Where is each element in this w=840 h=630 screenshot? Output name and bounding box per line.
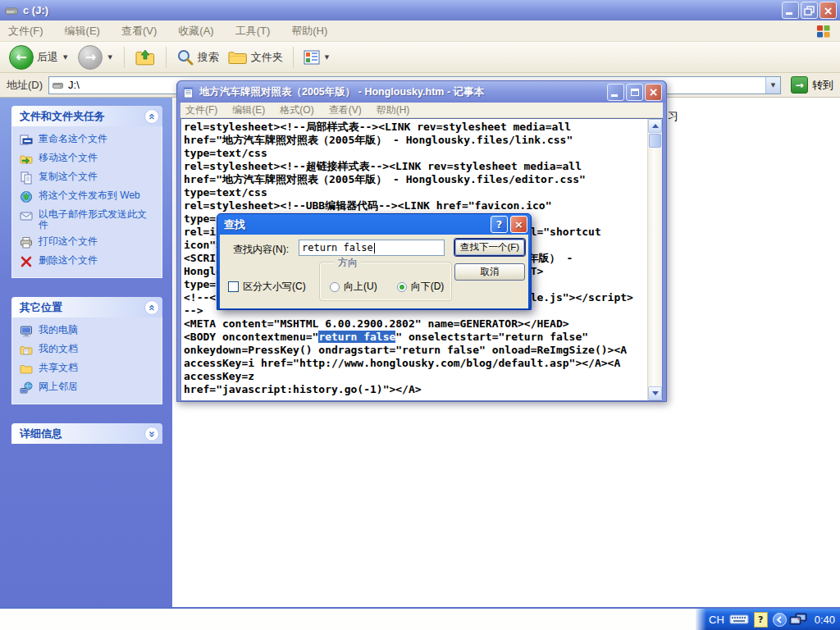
search-label: 搜索 [198, 50, 219, 65]
notepad-text-line: rel=stylesheet><!--UBB编辑器代码--><LINK href… [184, 199, 647, 212]
task-label: 重命名这个文件 [39, 134, 153, 144]
views-dropdown-icon[interactable]: ▼ [325, 54, 329, 61]
partially-hidden-file-label[interactable]: 习 [668, 109, 678, 124]
task-label: 复制这个文件 [39, 171, 153, 182]
hide-icons-button[interactable] [773, 613, 787, 627]
notepad-text-line: href="地方汽车牌照对照表（2005年版） - Honglousky.fil… [184, 134, 647, 147]
task-copy-file[interactable]: 复制这个文件 [20, 171, 158, 185]
keyboard-icon[interactable] [729, 614, 749, 625]
scrollbar-thumb[interactable] [649, 134, 661, 148]
minimize-button[interactable] [607, 84, 624, 101]
maximize-icon [631, 89, 639, 96]
notepad-icon [182, 86, 194, 98]
find-dialog-title: 查找 [224, 217, 488, 232]
search-button[interactable]: 搜索 [174, 47, 221, 68]
details-header[interactable]: 详细信息 [11, 423, 162, 444]
input-language-indicator[interactable]: CH [709, 614, 724, 626]
place-network[interactable]: 网上邻居 [20, 381, 158, 395]
menu-format[interactable]: 格式(O) [280, 103, 313, 117]
network-status-icon[interactable] [788, 613, 808, 627]
notepad-text-line: <BODY oncontextmenu="return false" onsel… [184, 331, 647, 344]
back-dropdown-icon[interactable]: ▼ [63, 54, 67, 61]
close-button[interactable]: × [510, 216, 527, 233]
other-places-header[interactable]: 其它位置 [11, 297, 162, 317]
file-tasks-body: 重命名这个文件 移动这个文件 复制这个文件 将这个文件发布到 Web [11, 126, 162, 278]
menu-file[interactable]: 文件(F) [8, 24, 43, 39]
direction-down-radio[interactable]: 向下(D) [397, 280, 445, 294]
notepad-text-line: onkeydown=PressKey() ondragstart="return… [184, 344, 647, 357]
menu-view[interactable]: 查看(V) [329, 103, 362, 117]
drive-icon [5, 5, 18, 16]
collapse-panel-button[interactable] [144, 300, 159, 315]
task-print-file[interactable]: 打印这个文件 [20, 236, 158, 249]
clock[interactable]: 0:40 [815, 614, 835, 626]
find-dialog-titlebar[interactable]: 查找 ? × [220, 214, 528, 235]
file-tasks-title: 文件和文件夹任务 [20, 109, 144, 124]
notepad-text-line: rel=stylesheet><!--超链接样式表--><LINK rev=st… [184, 160, 647, 173]
scrollbar-track[interactable] [648, 148, 662, 386]
vertical-scrollbar[interactable] [647, 119, 662, 400]
task-publish-file[interactable]: 将这个文件发布到 Web [20, 190, 158, 203]
views-button[interactable]: ▼ [301, 48, 333, 66]
explorer-titlebar[interactable]: c (J:) × [0, 0, 840, 21]
address-dropdown-button[interactable]: ▼ [765, 77, 780, 94]
drive-icon [52, 80, 64, 90]
direction-groupbox: 方向 向上(U) 向下(D) [319, 262, 452, 301]
place-my-documents[interactable]: 我的文档 [20, 344, 158, 357]
close-icon: × [824, 5, 833, 16]
forward-button[interactable]: → ▼ [75, 43, 116, 71]
system-tray: CH ? 0:40 [696, 609, 840, 630]
back-button[interactable]: ← 后退 ▼ [7, 43, 71, 71]
folders-icon [228, 49, 248, 66]
expand-panel-button[interactable] [144, 427, 159, 441]
other-places-body: 我的电脑 我的文档 共享文档 网上邻居 [11, 317, 162, 404]
notepad-titlebar[interactable]: 地方汽车牌照对照表（2005年版） - Honglousky.htm - 记事本… [178, 81, 665, 103]
chevron-down-icon: ▼ [771, 82, 775, 89]
menu-help[interactable]: 帮助(H) [291, 24, 327, 39]
menu-edit[interactable]: 编辑(E) [65, 24, 100, 39]
help-notification-icon[interactable]: ? [754, 612, 768, 628]
chevron-down-icon [148, 430, 156, 438]
direction-up-radio[interactable]: 向上(U) [330, 280, 377, 294]
menu-view[interactable]: 查看(V) [121, 24, 157, 39]
rename-file-icon [20, 134, 33, 147]
place-shared-documents[interactable]: 共享文档 [20, 363, 158, 376]
close-icon: × [649, 86, 659, 98]
scroll-down-button[interactable] [648, 386, 662, 400]
task-email-file[interactable]: 以电子邮件形式发送此文件 [20, 209, 158, 231]
find-what-input[interactable]: return false [299, 240, 445, 256]
menu-help[interactable]: 帮助(H) [377, 103, 410, 117]
go-button[interactable]: → 转到 [787, 76, 838, 94]
notepad-menubar: 文件(F) 编辑(E) 格式(O) 查看(V) 帮助(H) [180, 103, 663, 118]
find-next-button[interactable]: 查找下一个(F) [454, 239, 525, 256]
up-button[interactable] [132, 46, 158, 69]
task-move-file[interactable]: 移动这个文件 [20, 153, 158, 166]
forward-dropdown-icon[interactable]: ▼ [107, 54, 112, 61]
scroll-up-button[interactable] [648, 119, 662, 133]
restore-button[interactable] [801, 2, 818, 19]
menu-edit[interactable]: 编辑(E) [232, 103, 265, 117]
radio-icon [397, 282, 407, 292]
match-case-checkbox[interactable]: 区分大小写(C) [228, 280, 306, 294]
explorer-toolbar: ← 后退 ▼ → ▼ 搜索 文件夹 [0, 42, 840, 73]
folders-button[interactable]: 文件夹 [226, 48, 285, 67]
help-button[interactable]: ? [491, 216, 508, 233]
menu-file[interactable]: 文件(F) [185, 103, 217, 117]
cancel-button[interactable]: 取消 [454, 263, 525, 281]
task-pane: 文件和文件夹任务 重命名这个文件 移动这个文件 [0, 98, 172, 609]
address-value: J:\ [68, 79, 80, 91]
menu-tools[interactable]: 工具(T) [235, 24, 271, 39]
file-tasks-header[interactable]: 文件和文件夹任务 [11, 106, 162, 126]
collapse-panel-button[interactable] [144, 109, 159, 124]
task-label: 移动这个文件 [39, 153, 153, 163]
place-my-computer[interactable]: 我的电脑 [20, 325, 158, 338]
close-button[interactable]: × [819, 2, 837, 19]
other-places-panel: 其它位置 我的电脑 我的文档 [11, 297, 162, 404]
notepad-text-line: type=text/css [184, 186, 647, 199]
task-rename-file[interactable]: 重命名这个文件 [20, 134, 158, 147]
task-delete-file[interactable]: 删除这个文件 [20, 255, 158, 268]
minimize-button[interactable] [782, 2, 799, 19]
close-button[interactable]: × [645, 84, 662, 101]
menu-favorites[interactable]: 收藏(A) [178, 24, 213, 39]
maximize-button[interactable] [626, 84, 643, 101]
